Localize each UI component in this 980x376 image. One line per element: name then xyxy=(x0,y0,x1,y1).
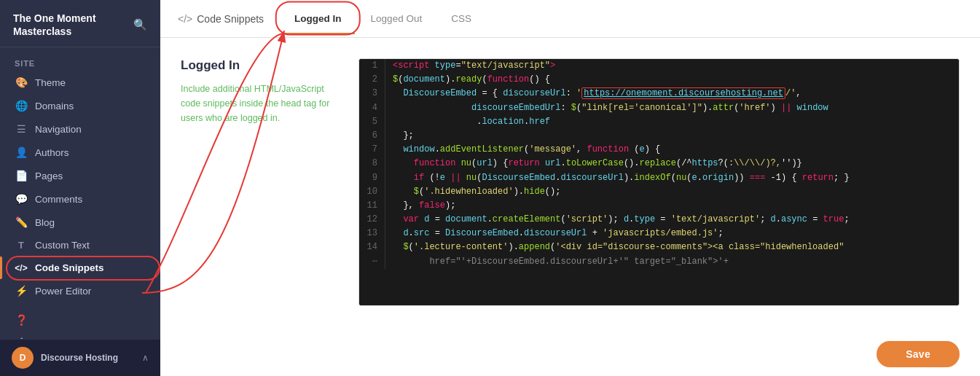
sidebar-item-label: Navigation xyxy=(35,124,82,135)
chevron-up-icon[interactable]: ∧ xyxy=(142,353,149,363)
code-line: 9 if (!e || nu(DiscourseEmbed.discourseU… xyxy=(359,171,959,185)
sidebar-item-label: Domains xyxy=(35,101,74,111)
sidebar: The One Moment Masterclass 🔍 SITE 🎨 Them… xyxy=(0,0,160,376)
code-line: 4 discourseEmbedUrl: $("link[rel='canoni… xyxy=(359,101,959,115)
code-line: 14 $('.lecture-content').append('<div id… xyxy=(359,240,959,254)
sidebar-footer[interactable]: D Discourse Hosting ∧ xyxy=(0,339,160,376)
code-editor-wrapper: 1 <script type="text/javascript"> 2 $(do… xyxy=(358,58,960,306)
help-icon: ❓ xyxy=(15,314,28,326)
sidebar-item-comments[interactable]: 💬 Comments xyxy=(0,187,160,211)
code-line: 10 $('.hidewhenloaded').hide(); xyxy=(359,185,959,199)
code-line: 3 DiscourseEmbed = { discourseUrl: 'http… xyxy=(359,87,959,101)
theme-icon: 🎨 xyxy=(15,77,28,88)
page-title: </> Code Snippets xyxy=(178,13,264,25)
sidebar-item-power-editor[interactable]: ⚡ Power Editor xyxy=(0,279,160,302)
pages-icon: 📄 xyxy=(15,170,28,181)
code-line: 2 $(document).ready(function() { xyxy=(359,73,959,87)
code-snippets-icon: </> xyxy=(15,263,28,273)
code-line: 12 var d = document.createElement('scrip… xyxy=(359,213,959,227)
power-editor-icon: ⚡ xyxy=(15,285,28,297)
code-line: 13 d.src = DiscourseEmbed.discourseUrl +… xyxy=(359,227,959,240)
code-line: 7 window.addEventListener('message', fun… xyxy=(359,143,959,157)
search-icon[interactable]: 🔍 xyxy=(133,18,147,31)
tab-css[interactable]: CSS xyxy=(438,3,485,34)
left-panel: Logged In Include additional HTML/JavaSc… xyxy=(181,58,341,318)
settings-icon: ⚙️ xyxy=(15,337,28,339)
sidebar-item-label: Blog xyxy=(35,217,55,228)
sidebar-item-navigation[interactable]: ☰ Navigation xyxy=(0,117,160,141)
panel-description: Include additional HTML/JavaScript code … xyxy=(181,82,341,125)
save-button[interactable]: Save xyxy=(877,341,960,367)
tab-logged-in[interactable]: Logged In xyxy=(281,3,355,34)
code-editor[interactable]: 1 <script type="text/javascript"> 2 $(do… xyxy=(359,59,959,305)
sidebar-header: The One Moment Masterclass 🔍 xyxy=(0,0,160,47)
tabs-bar: </> Code Snippets Logged In Logged Out C… xyxy=(160,0,980,38)
sidebar-item-label: Pages xyxy=(35,171,63,181)
tab-label: CSS xyxy=(451,13,471,24)
code-line: 8 function nu(url) {return url.toLowerCa… xyxy=(359,157,959,171)
panel-title: Logged In xyxy=(181,58,341,73)
navigation-icon: ☰ xyxy=(15,123,28,135)
main-content: </> Code Snippets Logged In Logged Out C… xyxy=(160,0,980,376)
code-icon: </> xyxy=(178,13,192,25)
sidebar-item-label: Code Snippets xyxy=(35,262,104,273)
code-line: 5 .location.href xyxy=(359,115,959,129)
content-area: Logged In Include additional HTML/JavaSc… xyxy=(160,38,980,332)
sidebar-item-help[interactable]: ❓ xyxy=(0,308,160,332)
avatar: D xyxy=(12,347,34,369)
code-line: 1 <script type="text/javascript"> xyxy=(359,59,959,73)
save-area: Save xyxy=(160,332,980,376)
code-line: ⋯ href="'+DiscourseEmbed.discourseUrl+'"… xyxy=(359,255,959,269)
blog-icon: ✏️ xyxy=(15,216,28,228)
sidebar-item-custom-text[interactable]: T Custom Text xyxy=(0,234,160,256)
code-line: 6 }; xyxy=(359,129,959,143)
app-title: The One Moment Masterclass xyxy=(13,12,96,38)
sidebar-item-domains[interactable]: 🌐 Domains xyxy=(0,94,160,117)
sidebar-item-settings[interactable]: ⚙️ xyxy=(0,332,160,339)
sidebar-item-label: Comments xyxy=(35,194,82,205)
sidebar-item-pages[interactable]: 📄 Pages xyxy=(0,164,160,187)
sidebar-item-code-snippets[interactable]: </> Code Snippets xyxy=(0,256,160,279)
comments-icon: 💬 xyxy=(15,193,28,205)
sidebar-item-blog[interactable]: ✏️ Blog xyxy=(0,211,160,234)
code-line: 11 }, false); xyxy=(359,199,959,213)
domains-icon: 🌐 xyxy=(15,100,28,111)
sidebar-section-site: SITE xyxy=(0,52,160,71)
tab-logged-out[interactable]: Logged Out xyxy=(358,3,436,34)
sidebar-item-label: Authors xyxy=(35,147,69,158)
sidebar-item-label: Theme xyxy=(35,77,66,88)
custom-text-icon: T xyxy=(15,240,28,251)
tab-label: Logged Out xyxy=(371,13,423,24)
authors-icon: 👤 xyxy=(15,146,28,158)
sidebar-item-label: Custom Text xyxy=(35,240,90,251)
tab-label: Logged In xyxy=(294,13,342,24)
sidebar-nav: SITE 🎨 Theme 🌐 Domains ☰ Navigation 👤 Au… xyxy=(0,47,160,339)
sidebar-item-authors[interactable]: 👤 Authors xyxy=(0,141,160,164)
sidebar-item-label: Power Editor xyxy=(35,286,91,297)
footer-label: Discourse Hosting xyxy=(41,353,135,363)
sidebar-item-theme[interactable]: 🎨 Theme xyxy=(0,71,160,94)
